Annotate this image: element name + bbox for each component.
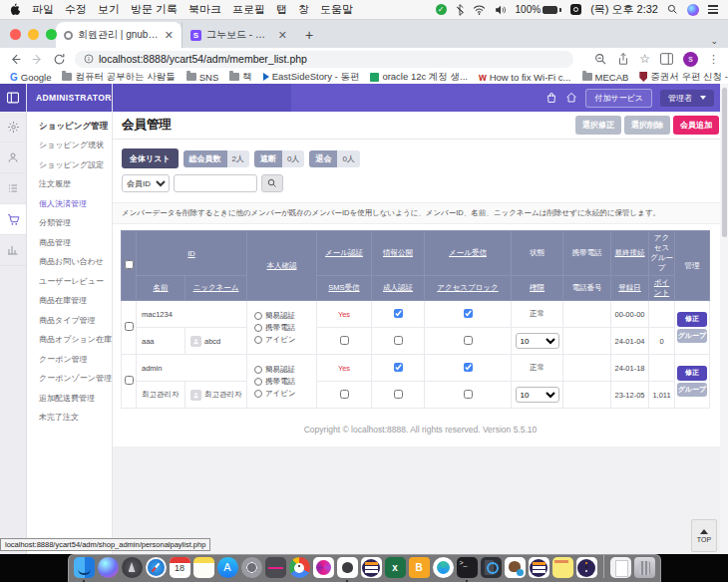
new-tab-button[interactable]: + (295, 22, 323, 48)
adult-cert-checkbox[interactable] (394, 336, 403, 345)
access-block-checkbox[interactable] (464, 336, 473, 345)
menu-help[interactable]: 도움말 (320, 2, 353, 17)
col-level[interactable]: 権限 (530, 283, 545, 292)
dock-trash-icon[interactable] (634, 557, 655, 578)
sidebar-item-products[interactable]: 商品管理 (39, 237, 112, 248)
dock-android-studio-icon[interactable] (433, 557, 454, 578)
bookmark-folder-computer-study[interactable]: 컴퓨터 공부하는 사람들 (62, 71, 175, 84)
dock-dbeaver-icon[interactable] (505, 557, 526, 578)
rail-members-icon[interactable] (0, 143, 26, 173)
verify-simple-radio[interactable] (254, 366, 262, 374)
verify-mobile-radio[interactable] (254, 324, 262, 332)
bookmark-google[interactable]: GGoogle (10, 72, 51, 83)
sidebar-item-product-inquiry[interactable]: 商品お問い合わせ (39, 256, 112, 267)
edit-selected-button[interactable]: 選択修正 (575, 116, 621, 135)
info-open-checkbox[interactable] (394, 363, 403, 372)
side-panel-icon[interactable] (660, 53, 673, 65)
siri-icon[interactable] (687, 4, 699, 16)
dock-stickies-icon[interactable] (552, 557, 573, 578)
dock-app-store-icon[interactable]: A (217, 557, 238, 578)
status-ok-icon[interactable]: ✓ (436, 4, 447, 15)
tab-member-admin[interactable]: 회원관리 | gnuboard5 ✕ (56, 22, 182, 48)
dock-mamp-icon[interactable] (337, 557, 358, 578)
adult-cert-checkbox[interactable] (394, 390, 403, 399)
chrome-menu-icon[interactable]: ⋮ (708, 53, 719, 66)
dock-safari-icon[interactable] (146, 557, 167, 578)
bookmark-folder-books[interactable]: 책 (229, 71, 252, 84)
bookmark-wifi-fix[interactable]: wHow to fix Wi-Fi c... (479, 72, 571, 83)
forward-icon[interactable] (31, 53, 44, 66)
col-mail-receive[interactable]: メール受信 (449, 248, 487, 257)
url-field[interactable]: localhost:8888/ycart54/adm/member_list.p… (75, 51, 573, 68)
dock-system-preferences-icon[interactable] (241, 557, 262, 578)
menubar-clock[interactable]: (목) 오후 2:32 (590, 2, 658, 17)
total-members-badge[interactable]: 総会員数2人 (183, 150, 249, 167)
brand-administrator[interactable]: ADMINISTRATOR (27, 84, 112, 112)
col-name[interactable]: 名前 (154, 283, 169, 292)
sidebar-item-shop-settings[interactable]: ショッピング設定 (39, 159, 112, 170)
bookmark-eastsidestory[interactable]: EastSideStory - 동편 (263, 71, 360, 84)
col-adult[interactable]: 成人認証 (383, 283, 413, 292)
bookmark-folder-sns[interactable]: SNS (186, 72, 219, 83)
sidebar-item-coupon-zone[interactable]: クーポンゾーン管理 (39, 373, 112, 384)
verify-simple-radio[interactable] (254, 312, 262, 320)
window-zoom-button[interactable] (46, 29, 57, 40)
menu-history[interactable]: 방문 기록 (131, 2, 178, 17)
scroll-top-button[interactable]: TOP (691, 519, 717, 552)
sidebar-item-product-type[interactable]: 商品タイプ管理 (39, 315, 112, 326)
shop-bag-icon[interactable] (546, 92, 557, 104)
volume-icon[interactable] (495, 5, 507, 15)
select-all-checkbox[interactable] (125, 260, 134, 269)
group-member-button[interactable]: グループ (677, 329, 707, 343)
dock-finder-icon[interactable] (74, 557, 95, 578)
col-points[interactable]: ポイント (654, 278, 669, 297)
menu-bookmarks[interactable]: 북마크 (188, 2, 221, 17)
profile-avatar[interactable]: s (683, 52, 698, 67)
mail-receive-checkbox[interactable] (464, 363, 473, 372)
window-minimize-button[interactable] (28, 29, 39, 40)
reload-icon[interactable] (53, 53, 66, 66)
apple-icon[interactable] (10, 3, 21, 16)
rail-shop-icon[interactable] (0, 204, 26, 235)
tab-close-icon[interactable]: ✕ (165, 29, 174, 42)
dock-eclipse-icon[interactable] (361, 557, 382, 578)
tab-gnuboard[interactable]: S 그누보드 - 그누보드5 팁자료실 글쓰 ✕ (182, 22, 295, 48)
dock-launchpad-icon[interactable] (122, 557, 143, 578)
blocked-members-badge[interactable]: 遮断0人 (254, 150, 304, 167)
screen-record-icon[interactable] (570, 4, 581, 15)
delete-selected-button[interactable]: 選択削除 (624, 116, 670, 135)
tab-search-chevron-icon[interactable]: ⌄ (710, 36, 718, 46)
all-list-tab[interactable]: 全体リスト (122, 148, 179, 168)
sidebar-item-category[interactable]: 分類管理 (39, 217, 112, 228)
col-id[interactable]: ID (187, 249, 195, 258)
sidebar-item-shop-status[interactable]: ショッピング現状 (39, 140, 112, 150)
search-field-select[interactable]: 会員ID (122, 174, 170, 192)
bluetooth-icon[interactable] (456, 4, 464, 16)
wifi-icon[interactable] (473, 5, 486, 15)
dock-eclipse2-icon[interactable] (529, 557, 549, 578)
sidebar-item-order-history[interactable]: 注文履歴 (39, 178, 112, 189)
back-icon[interactable] (9, 53, 22, 66)
menu-window[interactable]: 창 (298, 2, 309, 17)
account-dropdown[interactable]: 管理者 (660, 90, 714, 107)
menu-view[interactable]: 보기 (98, 2, 120, 17)
menu-tab[interactable]: 탭 (276, 2, 287, 17)
dock-eclipse3-icon[interactable] (576, 557, 597, 578)
rail-stats-icon[interactable] (0, 235, 26, 266)
edit-member-button[interactable]: 修正 (677, 312, 707, 326)
col-mail-cert[interactable]: メール認証 (325, 248, 363, 257)
access-block-checkbox[interactable] (464, 390, 473, 399)
search-input[interactable] (174, 174, 257, 192)
dock-chrome-icon[interactable] (289, 557, 310, 578)
col-last-access[interactable]: 最終接続 (615, 248, 645, 257)
window-close-button[interactable] (10, 29, 21, 40)
dock-utility-icon[interactable] (265, 557, 286, 578)
sidebar-item-option-stock[interactable]: 商品オプション在庫 (39, 334, 112, 345)
row-select-checkbox[interactable] (125, 376, 134, 385)
edit-member-button[interactable]: 修正 (677, 366, 707, 380)
share-icon[interactable] (617, 53, 629, 66)
home-icon[interactable] (565, 92, 577, 104)
addon-service-button[interactable]: 付加サービス (585, 89, 652, 108)
bookmark-oracle[interactable]: oracle 12c 계정 생... (370, 71, 468, 84)
scrollbar[interactable] (720, 84, 728, 554)
